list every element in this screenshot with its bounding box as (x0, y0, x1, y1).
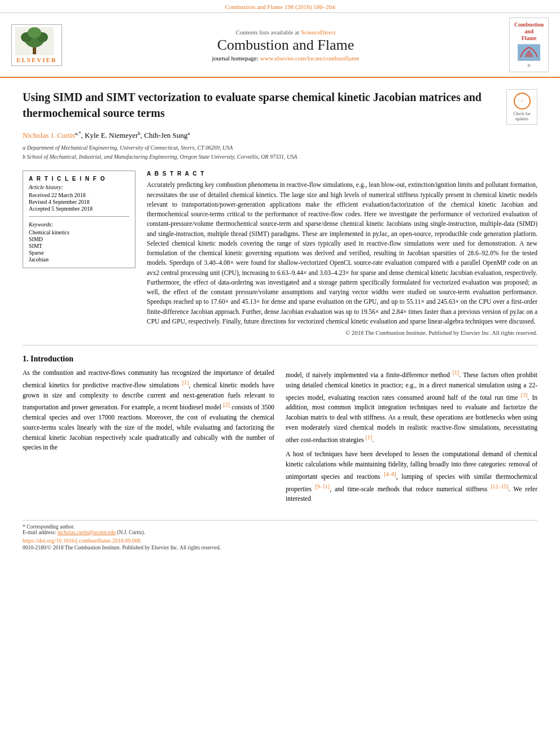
footer-copyright-note: 0010-2180/© 2018 The Combustion Institut… (23, 545, 537, 551)
abstract-text: Accurately predicting key combustion phe… (147, 180, 537, 326)
journal-title: Combustion and Flame (62, 37, 509, 54)
revised-date: Revised 4 September 2018 (29, 199, 129, 205)
journal-homepage: journal homepage: www.elsevier.com/locat… (62, 55, 509, 62)
svg-point-5 (28, 27, 41, 38)
check-updates-badge: ✓ Check forupdates (506, 89, 537, 125)
corresponding-label: * Corresponding author. (23, 524, 75, 530)
keyword-5: Jacobian (29, 256, 129, 263)
affil-a: a Department of Mechanical Engineering, … (23, 143, 537, 152)
author2-name: , Kyle E. Niemeyer (81, 131, 138, 139)
introduction-section: 1. Introduction As the combustion and re… (23, 355, 537, 509)
journal-center: Contents lists available at ScienceDirec… (62, 29, 509, 62)
journal-badge: CombustionandFlame ® (509, 18, 549, 72)
keyword-3: SIMT (29, 243, 129, 249)
abstract-title: A B S T R A C T (147, 171, 537, 177)
author1-name: Nicholas J. Curtis (23, 131, 75, 139)
keywords-label: Keywords: (29, 221, 129, 228)
badge-logo-icon (518, 44, 540, 61)
intro-heading: 1. Introduction (23, 355, 537, 364)
main-content: Using SIMD and SIMT vectorization to eva… (0, 78, 560, 562)
article-info-title: A R T I C L E I N F O (29, 176, 129, 182)
cite-12-15: [12–15] (491, 483, 509, 490)
cite-1c: [1] (365, 434, 372, 440)
author3-sup: a (187, 130, 190, 136)
author1-sup: a,* (75, 130, 81, 136)
intro-col2-p1: model, if naively implemented via a fini… (286, 368, 537, 445)
keyword-2: SIMD (29, 236, 129, 242)
paper-title-section: Using SIMD and SIMT vectorization to eva… (23, 89, 537, 125)
authors-line: Nicholas J. Curtisa,*, Kyle E. Niemeyerb… (23, 130, 537, 140)
badge-title: CombustionandFlame (512, 21, 546, 42)
cite-3: [3] (521, 392, 528, 398)
intro-col2-p2: A host of techniques have been developed… (286, 449, 537, 504)
info-divider (29, 216, 129, 217)
cite-1: [1] (182, 379, 189, 386)
article-info-abstract-section: A R T I C L E I N F O Article history: R… (23, 171, 537, 336)
journal-header: ELSEVIER Contents lists available at Sci… (0, 12, 560, 78)
badge-issn: ® (512, 63, 546, 68)
footnote-email: E-mail address: nicholas.curtis@uconn.ed… (23, 530, 537, 535)
keyword-1: Chemical kinetics (29, 229, 129, 235)
cite-1b: [1] (452, 369, 459, 375)
check-updates-icon: ✓ (514, 93, 531, 110)
sciencedirect-link[interactable]: ScienceDirect (301, 29, 336, 36)
intro-col1: As the combustion and reactive-flows com… (23, 368, 274, 509)
email-link[interactable]: nicholas.curtis@uconn.edu (58, 530, 116, 535)
elsevier-logo: ELSEVIER (11, 24, 62, 66)
abstract-copyright: © 2018 The Combustion Institute. Publish… (147, 330, 537, 336)
intro-body-columns: As the combustion and reactive-flows com… (23, 368, 537, 509)
author3-name: , Chih-Jen Sung (141, 131, 187, 139)
footnote-corresponding: * Corresponding author. (23, 524, 537, 530)
section-divider (23, 345, 537, 346)
citation-text: Combustion and Flame 198 (2018) 186–204 (225, 3, 335, 10)
email-label: E-mail address: (23, 530, 56, 535)
article-info-box: A R T I C L E I N F O Article history: R… (23, 171, 135, 268)
doi-line: https://doi.org/10.1016/j.combustflame.2… (23, 538, 537, 544)
accepted-date: Accepted 5 September 2018 (29, 206, 129, 212)
affil-b: b School of Mechanical, Industrial, and … (23, 152, 537, 161)
cite-2: [2] (223, 401, 230, 408)
keyword-4: Sparse (29, 250, 129, 256)
elsevier-tree-icon (15, 27, 54, 55)
abstract-col: A B S T R A C T Accurately predicting ke… (147, 171, 537, 336)
affiliations: a Department of Mechanical Engineering, … (23, 143, 537, 161)
cite-4-8: [4–8] (384, 471, 396, 477)
top-citation-bar: Combustion and Flame 198 (2018) 186–204 (0, 0, 560, 12)
homepage-link[interactable]: www.elsevier.com/locate/combustflame (260, 55, 360, 62)
doi-link[interactable]: https://doi.org/10.1016/j.combustflame.2… (23, 538, 141, 544)
check-updates-label: Check forupdates (510, 111, 534, 121)
received-date: Received 22 March 2018 (29, 192, 129, 198)
cite-9-11: [9–11] (315, 483, 330, 490)
article-info-col: A R T I C L E I N F O Article history: R… (23, 171, 135, 336)
elsevier-name: ELSEVIER (15, 56, 58, 63)
intro-col2: model, if naively implemented via a fini… (286, 368, 537, 509)
intro-col1-p1: As the combustion and reactive-flows com… (23, 368, 274, 453)
sciencedirect-line: Contents lists available at ScienceDirec… (62, 29, 509, 36)
paper-title: Using SIMD and SIMT vectorization to eva… (23, 89, 498, 121)
history-label: Article history: (29, 184, 129, 190)
email-suffix: (N.J. Curtis). (117, 530, 145, 535)
paper-footer: * Corresponding author. E-mail address: … (23, 520, 537, 551)
